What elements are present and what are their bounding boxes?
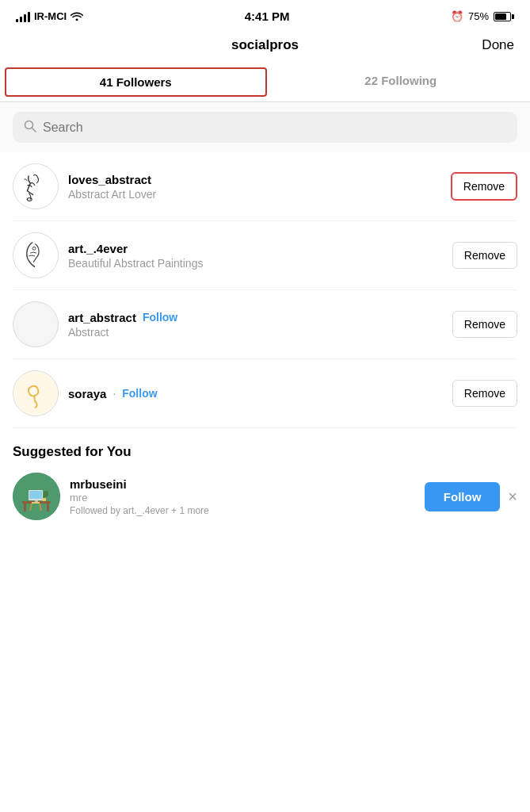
avatar bbox=[13, 370, 59, 416]
suggested-info: mrbuseini mre Followed by art._.4ever + … bbox=[70, 477, 415, 516]
remove-button[interactable]: Remove bbox=[452, 242, 517, 269]
page-title: socialpros bbox=[63, 37, 467, 53]
dot-separator: · bbox=[112, 387, 116, 400]
svg-point-4 bbox=[13, 233, 58, 278]
suggested-handle: mre bbox=[70, 492, 415, 504]
remove-button[interactable]: Remove bbox=[451, 172, 517, 201]
svg-point-2 bbox=[13, 164, 58, 209]
user-bio: Beautiful Abstract Paintings bbox=[68, 257, 443, 270]
svg-rect-13 bbox=[35, 500, 38, 502]
battery-icon bbox=[494, 12, 514, 21]
user-bio: Abstract Art Lover bbox=[68, 188, 441, 201]
user-info: art_abstract Follow Abstract bbox=[68, 311, 443, 339]
status-time: 4:41 PM bbox=[245, 10, 290, 23]
status-bar: IR-MCI 4:41 PM ⏰ 75% bbox=[0, 0, 530, 29]
svg-point-16 bbox=[44, 491, 48, 497]
signal-icon bbox=[16, 11, 30, 22]
table-row: art._.4ever Beautiful Abstract Paintings… bbox=[13, 221, 517, 290]
wifi-icon bbox=[71, 10, 83, 23]
table-row: loves_abstract Abstract Art Lover Remove bbox=[13, 152, 517, 221]
user-info: loves_abstract Abstract Art Lover bbox=[68, 173, 441, 201]
search-box bbox=[13, 112, 517, 143]
username: loves_abstract bbox=[68, 173, 151, 186]
svg-rect-14 bbox=[32, 502, 40, 504]
tabs: 41 Followers 22 Following bbox=[0, 63, 530, 102]
search-container bbox=[0, 102, 530, 152]
remove-button[interactable]: Remove bbox=[452, 311, 517, 338]
header: socialpros Done bbox=[0, 29, 530, 63]
carrier-name: IR-MCI bbox=[34, 10, 67, 22]
svg-rect-12 bbox=[29, 491, 42, 499]
avatar bbox=[13, 473, 60, 520]
username: art_abstract bbox=[68, 311, 136, 324]
svg-rect-9 bbox=[24, 504, 26, 511]
battery-percent: 75% bbox=[468, 10, 489, 22]
list-item: mrbuseini mre Followed by art._.4ever + … bbox=[13, 473, 517, 520]
svg-point-6 bbox=[13, 371, 58, 416]
suggested-section: Suggested for You bbox=[0, 428, 530, 528]
follow-button[interactable]: Follow bbox=[425, 482, 501, 511]
status-right: ⏰ 75% bbox=[451, 10, 514, 22]
username: art._.4ever bbox=[68, 242, 128, 255]
avatar bbox=[13, 232, 59, 278]
avatar bbox=[13, 163, 59, 209]
avatar bbox=[13, 301, 59, 347]
suggested-title: Suggested for You bbox=[13, 444, 517, 460]
tab-followers[interactable]: 41 Followers bbox=[5, 67, 267, 97]
svg-line-1 bbox=[32, 128, 36, 132]
followers-list: loves_abstract Abstract Art Lover Remove… bbox=[0, 152, 530, 428]
tab-following[interactable]: 22 Following bbox=[272, 63, 531, 102]
done-button[interactable]: Done bbox=[467, 37, 514, 53]
username: soraya bbox=[68, 387, 106, 400]
suggested-actions: Follow × bbox=[425, 482, 517, 511]
svg-rect-15 bbox=[42, 498, 46, 501]
followed-by-text: Followed by art._.4ever + 1 more bbox=[70, 505, 415, 516]
user-info: soraya · Follow bbox=[68, 387, 443, 400]
user-info: art._.4ever Beautiful Abstract Paintings bbox=[68, 242, 443, 270]
suggested-username: mrbuseini bbox=[70, 477, 415, 491]
svg-rect-10 bbox=[47, 504, 49, 511]
remove-button[interactable]: Remove bbox=[452, 380, 517, 407]
alarm-icon: ⏰ bbox=[451, 10, 463, 22]
table-row: soraya · Follow Remove bbox=[13, 359, 517, 428]
follow-button[interactable]: Follow bbox=[143, 311, 177, 324]
search-icon bbox=[24, 120, 36, 135]
follow-button[interactable]: Follow bbox=[122, 387, 157, 400]
status-left: IR-MCI bbox=[16, 10, 83, 23]
table-row: art_abstract Follow Abstract Remove bbox=[13, 290, 517, 359]
user-bio: Abstract bbox=[68, 326, 443, 339]
search-input[interactable] bbox=[43, 121, 506, 135]
dismiss-button[interactable]: × bbox=[508, 488, 517, 504]
